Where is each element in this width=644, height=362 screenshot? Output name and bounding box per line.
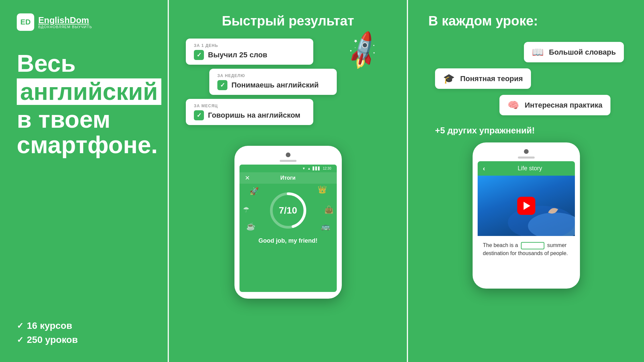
- icon-bus: 🚌: [321, 222, 330, 231]
- icon-rocket: 🚀: [250, 187, 259, 196]
- icon-crown: 👑: [318, 185, 327, 194]
- right-phone-screen: ‹ Life story: [478, 161, 575, 282]
- logo-icon: ED: [17, 13, 34, 31]
- brand-tagline: ВДОХНОВЛЯЕМ ВЫУЧИТЬ: [38, 25, 92, 29]
- middle-title: Быстрый результат: [222, 13, 354, 28]
- phone-speaker: [280, 160, 297, 162]
- check-icon-card3: ✓: [194, 110, 204, 120]
- feature3-label: Интересная практика: [525, 101, 602, 110]
- icon-umbrella: ☂: [243, 205, 250, 214]
- icon-bag: 👜: [324, 205, 333, 214]
- hero-text: Весь английский в твоем смартфоне.: [17, 51, 151, 307]
- phone-screen-title: Life story: [490, 165, 569, 172]
- achievement-card-1: ЗА 1 ДЕНЬ ✓ Выучил 25 слов: [186, 39, 313, 65]
- video-text-line2: destination for thousands of people.: [483, 250, 568, 256]
- feature-cards: 📖 Большой словарь 🎓 Понятная теория 🧠 Ин…: [428, 42, 624, 115]
- logo-text: EnglishDom ВДОХНОВЛЯЕМ ВЫУЧИТЬ: [38, 15, 92, 29]
- card1-label: ЗА 1 ДЕНЬ: [194, 43, 305, 48]
- hero-line4: смартфоне.: [17, 132, 151, 158]
- stat-lessons: ✓ 250 уроков: [17, 335, 151, 345]
- stats-section: ✓ 16 курсов ✓ 250 уроков: [17, 307, 151, 349]
- score-area: 🚀 👑 ☕ 🚌 ☂ 👜 7/10 Good job, my friend!: [239, 184, 337, 251]
- video-exercise-text: The beach is a summer destination for th…: [483, 241, 570, 257]
- video-text-before: The beach is a: [483, 242, 518, 248]
- rocket-icon: 🚀: [341, 29, 386, 73]
- back-arrow-icon: ‹: [483, 165, 485, 172]
- right-phone-area: ‹ Life story: [428, 142, 624, 289]
- phone-nav-title: Итоги: [280, 175, 296, 181]
- play-button[interactable]: [517, 197, 535, 215]
- video-thumbnail: [478, 176, 575, 236]
- video-text-after: summer: [547, 242, 567, 248]
- feature-card-1: 📖 Большой словарь: [524, 42, 624, 62]
- fill-in-blank[interactable]: [521, 242, 544, 249]
- check-icon-card2: ✓: [217, 80, 227, 90]
- logo-area: ED EnglishDom ВДОХНОВЛЯЕМ ВЫУЧИТЬ: [17, 13, 151, 31]
- achievement-card-2: ЗА НЕДЕЛЮ ✓ Понимаешь английский: [209, 69, 337, 95]
- feature-card-2: 🎓 Понятная теория: [435, 68, 531, 89]
- right-phone-camera: [524, 149, 529, 154]
- right-phone-speaker: [518, 157, 535, 159]
- status-bar: ▼ ▲ ▋▋▋ 12:30: [239, 165, 337, 172]
- phone-nav-bar: ✕ Итоги: [239, 172, 337, 184]
- right-phone-topbar: ‹ Life story: [478, 161, 575, 176]
- right-panel: В каждом уроке: 📖 Большой словарь 🎓 Поня…: [408, 0, 644, 362]
- hero-line2: английский: [17, 76, 151, 107]
- video-content: The beach is a summer destination for th…: [478, 236, 575, 257]
- check-icon-card1: ✓: [194, 50, 204, 60]
- hero-line1: Весь: [17, 51, 151, 76]
- check-icon-2: ✓: [17, 335, 23, 345]
- card3-content: ✓ Говоришь на английском: [194, 110, 305, 120]
- brand-name: EnglishDom: [38, 15, 92, 25]
- middle-panel: Быстрый результат 🚀 ЗА 1 ДЕНЬ ✓ Выучил 2…: [169, 0, 407, 362]
- hero-line3: в твоем: [17, 107, 151, 132]
- right-title: В каждом уроке:: [428, 13, 538, 28]
- card1-content: ✓ Выучил 25 слов: [194, 50, 305, 60]
- card2-label: ЗА НЕДЕЛЮ: [217, 73, 329, 78]
- feature1-label: Большой словарь: [549, 48, 616, 57]
- left-panel: ED EnglishDom ВДОХНОВЛЯЕМ ВЫУЧИТЬ Весь а…: [0, 0, 168, 362]
- achievement-card-3: ЗА МЕСЯЦ ✓ Говоришь на английском: [186, 99, 313, 125]
- more-exercises-text: +5 других упражнений!: [435, 125, 535, 136]
- graduation-icon: 🎓: [443, 73, 455, 84]
- icon-coffee: ☕: [246, 222, 255, 231]
- phone-camera: [286, 153, 290, 157]
- phone-screen: ▼ ▲ ▋▋▋ 12:30 ✕ Итоги 🚀 👑 ☕ 🚌 ☂ 👜: [239, 165, 337, 292]
- card2-content: ✓ Понимаешь английский: [217, 80, 329, 90]
- achievement-cards: 🚀 ЗА 1 ДЕНЬ ✓ Выучил 25 слов ЗА НЕДЕЛЮ ✓…: [176, 39, 400, 139]
- hero-highlight: английский: [17, 78, 161, 105]
- book-icon: 📖: [532, 47, 544, 58]
- play-triangle-icon: [524, 202, 530, 210]
- feature2-label: Понятная теория: [460, 74, 523, 83]
- right-phone-mockup: ‹ Life story: [473, 142, 580, 289]
- feature-card-3: 🧠 Интересная практика: [499, 95, 610, 115]
- card3-label: ЗА МЕСЯЦ: [194, 104, 305, 108]
- close-icon: ✕: [245, 174, 250, 182]
- middle-phone-mockup: ▼ ▲ ▋▋▋ 12:30 ✕ Итоги 🚀 👑 ☕ 🚌 ☂ 👜: [234, 146, 342, 299]
- score-ring: 7/10: [268, 190, 308, 231]
- brain-icon: 🧠: [507, 100, 519, 111]
- check-icon: ✓: [17, 321, 23, 330]
- score-text: 7/10: [279, 205, 297, 216]
- stat-courses: ✓ 16 курсов: [17, 320, 151, 331]
